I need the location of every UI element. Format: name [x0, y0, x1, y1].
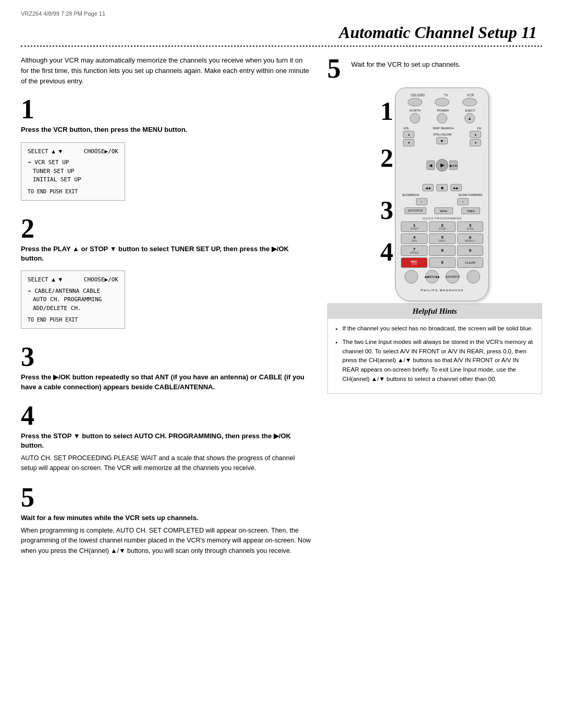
index-button[interactable]: ◀◀INDEX▶▶: [425, 270, 439, 283]
section-divider: [21, 45, 542, 47]
eject-button[interactable]: ▲: [464, 113, 475, 124]
stop-button[interactable]: ■: [436, 184, 448, 191]
plus-button[interactable]: +: [457, 198, 469, 205]
bottom-right-button[interactable]: [467, 270, 480, 283]
timer-button[interactable]: TIMER: [461, 207, 480, 214]
remote-brand: PHILIPS MAGNAVOX: [401, 288, 483, 292]
step-2-title: Press the PLAY ▲ or STOP ▼ button to sel…: [21, 244, 312, 263]
transport-buttons: ◀◀ ■ ▶▶: [401, 184, 483, 191]
step-5-block: 5 Wait for a few minutes while the VCR s…: [21, 484, 312, 556]
nav-right-button[interactable]: ▶/OK: [449, 161, 458, 170]
step-2-menu: SELECT ▲ ▼ CHOOSE▶/OK → CABLE/ANTENNA CA…: [21, 270, 125, 329]
page-container: VRZ264 4/8/99 7:28 PM Page 11 Automatic …: [0, 0, 563, 728]
ch-label: CH: [477, 127, 482, 130]
num-9-button[interactable]: 9: [457, 245, 484, 256]
nav-cross: ◀ ▶/OK ▶: [426, 150, 458, 181]
menu2-header-right: CHOOSE▶/OK: [84, 275, 118, 285]
menu1-item-1: TUNER SET UP: [28, 167, 118, 176]
menu2-item-1: AUTO CH. PROGRAMMING: [28, 295, 118, 304]
num-3-button[interactable]: 3 DATE: [457, 221, 484, 232]
slow-fwd-label: SLOW FORWARD: [459, 193, 483, 196]
ch-up-button[interactable]: ▲: [470, 131, 481, 138]
step-4-body: AUTO CH. SET PROCEEDING PLEASE WAIT and …: [21, 453, 312, 474]
skip-label: SKIP SEARCH: [433, 127, 454, 130]
step-3-title: Press the ▶/OK button repeatedly so that…: [21, 373, 312, 391]
step-4-number: 4: [21, 402, 312, 429]
helpful-hints-box: Helpful Hints If the channel you select …: [327, 303, 542, 394]
bottom-row: ◀◀INDEX▶▶ AUDIO/MUTE: [401, 270, 483, 283]
slow-labels: SLOW/BACK SLOW FORWARD: [401, 193, 483, 196]
step-1-block: 1 Press the VCR button, then press the M…: [21, 96, 312, 204]
num-7-button[interactable]: 7 SPEED: [401, 245, 427, 256]
rec-button[interactable]: REC OTR: [401, 257, 427, 268]
helpful-hints-body: If the channel you select has no broadca…: [328, 319, 542, 393]
minus-button[interactable]: –: [416, 198, 427, 205]
vcr-button[interactable]: [462, 98, 477, 106]
ff-button[interactable]: ▶▶: [450, 184, 462, 191]
vcr-tv-label: VCR/TV: [409, 109, 421, 112]
num-6-button[interactable]: 6 WEEKLY: [457, 233, 484, 244]
function-buttons: EXIT/STATUS MENU TIMER: [401, 207, 483, 214]
step-2-number: 2: [21, 215, 312, 242]
step-2-block: 2 Press the PLAY ▲ or STOP ▼ button to s…: [21, 215, 312, 334]
vol-skip-ch-labels: VOL SKIP SEARCH CH: [401, 127, 483, 130]
intro-text: Although your VCR may automatically memo…: [21, 55, 312, 87]
num-5-button[interactable]: 5 DAILY: [429, 233, 456, 244]
bottom-left-button[interactable]: [405, 270, 418, 283]
clear-button[interactable]: CLEAR: [457, 257, 484, 268]
vcr-tv-button[interactable]: [410, 113, 420, 124]
skip-buttons: STILL/SLOW ▶: [433, 133, 451, 144]
num-8-button[interactable]: 8: [429, 245, 456, 256]
helpful-hints-item-2: The two Line Input modes will always be …: [342, 338, 534, 384]
menu2-item-0: → CABLE/ANTENNA CABLE: [28, 287, 118, 296]
num-1-button[interactable]: 1 START: [401, 221, 427, 232]
menu2-header-left: SELECT ▲ ▼: [28, 275, 62, 285]
num-0-button[interactable]: 0: [429, 257, 456, 268]
menu2-header: SELECT ▲ ▼ CHOOSE▶/OK: [28, 275, 118, 285]
helpful-hints-item-1: If the channel you select has no broadca…: [342, 324, 534, 334]
cbl-dbs-button[interactable]: [408, 98, 422, 106]
ch-buttons: ▲ ▼: [470, 131, 481, 146]
menu1-header-left: SELECT ▲ ▼: [28, 147, 62, 156]
vcr-label: VCR: [467, 93, 474, 97]
menu1-header-right: CHOOSE▶/OK: [84, 147, 118, 156]
tv-label: TV: [444, 93, 448, 97]
ch-down-button[interactable]: ▼: [470, 139, 481, 146]
menu-button[interactable]: MENU: [434, 207, 453, 214]
exit-status-button[interactable]: EXIT/STATUS: [405, 207, 426, 214]
rewind-button[interactable]: ◀◀: [422, 184, 434, 191]
step-5-body: When programming is complete, AUTO CH. S…: [21, 526, 312, 556]
qp-label: QUICK PROGRAMMING: [401, 217, 483, 220]
menu1-item-2: INITIAL SET UP: [28, 176, 118, 184]
numpad: 1 START 2 STOP 3 DATE 4: [401, 221, 483, 268]
right-step5-number: 5: [327, 55, 347, 82]
slow-back-label: SLOW/BACK: [402, 193, 419, 196]
step-5-title: Wait for a few minutes while the VCR set…: [21, 513, 312, 523]
num-4-button[interactable]: 4 DBS: [401, 233, 427, 244]
vol-down-button[interactable]: ▼: [403, 139, 414, 146]
top-source-buttons: [401, 98, 483, 106]
vol-label: VOL: [403, 127, 409, 130]
right-column: 5 Wait for the VCR to set up channels. 1…: [327, 55, 542, 394]
right-step5: 5 Wait for the VCR to set up channels.: [327, 55, 542, 82]
still-slow-button[interactable]: ▶: [436, 137, 448, 144]
minus-plus-buttons: – +: [401, 198, 483, 205]
second-row-buttons: ▲: [401, 113, 483, 124]
vol-up-button[interactable]: ▲: [403, 131, 414, 138]
cbl-dbs-label: CBL/DBS: [410, 93, 425, 97]
brand-sub: MAGNAVOX: [440, 289, 464, 292]
second-labels: VCR/TV POWER EJECT: [401, 109, 483, 112]
helpful-hints-list: If the channel you select has no broadca…: [335, 324, 534, 384]
power-button[interactable]: [437, 113, 447, 124]
play-button[interactable]: ▶: [436, 159, 448, 171]
helpful-hints-title: Helpful Hints: [328, 304, 542, 319]
nav-left-button[interactable]: ◀: [426, 161, 435, 170]
num-2-button[interactable]: 2 STOP: [429, 221, 456, 232]
menu2-item-2: ADD/DELETE CH.: [28, 304, 118, 313]
header-bar: VRZ264 4/8/99 7:28 PM Page 11: [21, 10, 542, 19]
power-label: POWER: [437, 109, 449, 112]
tv-button[interactable]: [435, 98, 449, 106]
audio-mute-button[interactable]: AUDIO/MUTE: [446, 270, 459, 283]
header-text: VRZ264 4/8/99 7:28 PM Page 11: [21, 10, 105, 17]
step-5-number: 5: [21, 484, 312, 511]
